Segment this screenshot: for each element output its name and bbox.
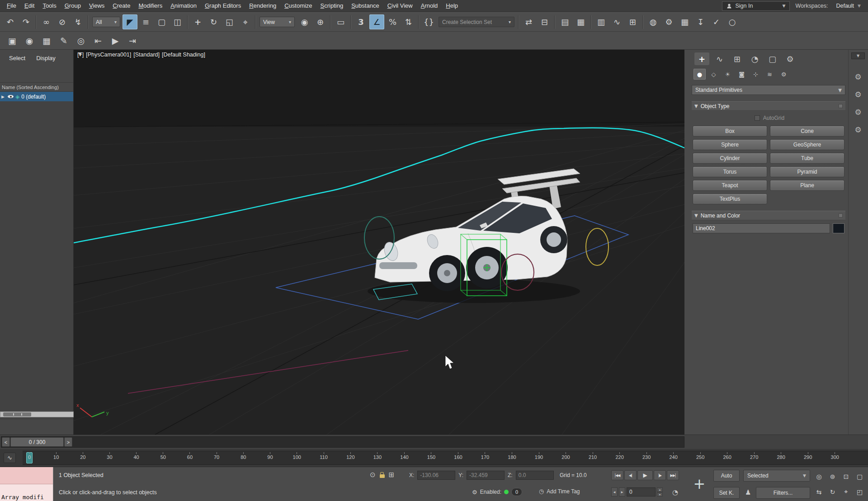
- menu-modifiers[interactable]: Modifiers: [134, 0, 166, 12]
- menu-file[interactable]: File: [3, 0, 20, 12]
- z-coordinate-field[interactable]: 0.0: [516, 471, 554, 480]
- go-to-start-button[interactable]: |◀◀: [611, 470, 623, 480]
- key-filters-button[interactable]: Filters...: [756, 487, 810, 499]
- enabled-toggle[interactable]: 0: [511, 488, 522, 496]
- next-frame-button[interactable]: |▶: [654, 470, 666, 480]
- geometry-category-icon[interactable]: ●: [693, 69, 706, 80]
- object-type-button[interactable]: Sphere: [693, 139, 767, 150]
- zoom-all-icon[interactable]: ⊚: [826, 469, 839, 483]
- add-time-tag[interactable]: ◷ Add Time Tag: [539, 488, 580, 495]
- object-name-field[interactable]: Line002: [693, 223, 830, 233]
- go-to-end-button[interactable]: ▶▶|: [667, 470, 679, 480]
- selection-set-dropdown[interactable]: Selected ▼: [743, 470, 810, 482]
- time-slider-label[interactable]: 0 / 300: [10, 437, 64, 447]
- key-step-forward-icon[interactable]: ▸: [619, 487, 625, 496]
- name-and-color-rollout[interactable]: ▼ Name and Color: [692, 211, 845, 220]
- redo-icon[interactable]: ↷: [19, 14, 33, 29]
- listener-macro-row[interactable]: [0, 467, 53, 484]
- viewport-render-style-menu[interactable]: [Standard]: [133, 52, 160, 58]
- expand-arrow-icon[interactable]: ▶: [1, 95, 6, 99]
- unlink-selection-icon[interactable]: ⊘: [55, 14, 70, 29]
- scrollbar-thumb[interactable]: [3, 412, 31, 416]
- menu-arnold[interactable]: Arnold: [417, 0, 442, 12]
- rendered-frame-window-icon[interactable]: ▦: [677, 14, 692, 29]
- x-coordinate-field[interactable]: -130.06: [417, 471, 455, 480]
- gear-icon[interactable]: ⚙: [852, 71, 864, 83]
- isolate-selection-icon[interactable]: ⊙: [370, 471, 376, 479]
- cameras-category-icon[interactable]: ◙: [736, 69, 748, 80]
- select-and-manipulate-icon[interactable]: ⊕: [313, 14, 328, 29]
- select-and-rotate-icon[interactable]: ↻: [206, 14, 221, 29]
- skip-back-icon[interactable]: ⇤: [90, 33, 106, 48]
- track-bar[interactable]: ∿ 0 10 20 30 40 50 60 70 80 90: [0, 449, 868, 467]
- object-type-button[interactable]: Cone: [770, 126, 844, 137]
- panel-collapse-button[interactable]: ▼: [851, 52, 865, 59]
- spinner-down-icon[interactable]: ▾: [657, 492, 663, 497]
- rings-icon[interactable]: ◎: [73, 33, 89, 48]
- object-type-button[interactable]: Torus: [693, 166, 767, 177]
- maxscript-mini-listener[interactable]: Array modifi: [0, 467, 53, 501]
- lock-icon[interactable]: [380, 474, 385, 478]
- time-slider-track[interactable]: < 0 / 300 >: [1, 436, 684, 448]
- menu-edit[interactable]: Edit: [20, 0, 38, 12]
- gear-icon[interactable]: ⚙: [852, 88, 864, 101]
- y-coordinate-field[interactable]: -32.459: [467, 471, 505, 480]
- space-warps-category-icon[interactable]: ≋: [764, 69, 776, 80]
- menu-views[interactable]: Views: [85, 0, 108, 12]
- schematic-view-icon[interactable]: ⊞: [625, 14, 640, 29]
- mini-curve-editor-icon[interactable]: ∿: [4, 453, 16, 463]
- edit-named-selection-sets-icon[interactable]: {}: [421, 14, 436, 29]
- toggle-ribbon-icon[interactable]: ▥: [594, 14, 609, 29]
- object-type-button[interactable]: Tube: [770, 153, 844, 164]
- motion-tab-icon[interactable]: ◔: [747, 52, 762, 65]
- object-type-button[interactable]: Cylinder: [693, 153, 767, 164]
- circle-outline-icon[interactable]: ○: [725, 14, 740, 29]
- gear-icon[interactable]: ⚙: [852, 106, 864, 118]
- zoom-extents-icon[interactable]: ⊡: [840, 469, 852, 483]
- systems-category-icon[interactable]: ⚙: [778, 69, 790, 80]
- helpers-category-icon[interactable]: ⊹: [750, 69, 762, 80]
- sign-in-button[interactable]: Sign In ▼: [722, 1, 790, 11]
- orbit-icon[interactable]: ↻: [826, 485, 839, 499]
- menu-scripting[interactable]: Scripting: [316, 0, 348, 12]
- maximize-viewport-icon[interactable]: ◰: [854, 485, 866, 499]
- primitives-category-dropdown[interactable]: Standard Primitives ▼: [692, 85, 845, 95]
- snaps-toggle-icon[interactable]: 3: [354, 14, 368, 29]
- frame-spinner[interactable]: ▴ ▾: [657, 487, 663, 496]
- time-slider-handle[interactable]: < 0 / 300 >: [2, 437, 72, 447]
- curve-editor-icon[interactable]: ∿: [609, 14, 624, 29]
- previous-frame-arrow[interactable]: <: [2, 437, 10, 447]
- select-and-move-icon[interactable]: +: [190, 14, 205, 29]
- column-header-name[interactable]: Name (Sorted Ascending): [0, 83, 73, 92]
- menu-customize[interactable]: Customize: [280, 0, 316, 12]
- select-and-scale-icon[interactable]: ◱: [222, 14, 237, 29]
- current-frame-field[interactable]: 0: [627, 487, 656, 496]
- keyboard-shortcut-override-icon[interactable]: ▭: [333, 14, 348, 29]
- skip-forward-icon[interactable]: ⇥: [124, 33, 141, 48]
- object-type-rollout[interactable]: ▼ Object Type: [692, 101, 845, 111]
- zoom-icon[interactable]: ◎: [813, 469, 825, 483]
- scene-explorer-menu-display[interactable]: Display: [32, 55, 60, 61]
- align-icon[interactable]: ⊟: [537, 14, 552, 29]
- modify-tab-icon[interactable]: ∿: [712, 52, 727, 65]
- play-forward-icon[interactable]: ▶: [107, 33, 123, 48]
- toolbox-icon[interactable]: ▦: [38, 33, 55, 48]
- select-and-link-icon[interactable]: ∞: [39, 14, 54, 29]
- object-type-button[interactable]: TextPlus: [693, 194, 767, 204]
- set-keys-button[interactable]: +: [689, 470, 710, 498]
- create-tab-icon[interactable]: +: [694, 52, 709, 65]
- eye-icon[interactable]: [8, 94, 14, 99]
- auto-key-button[interactable]: Auto: [713, 470, 740, 482]
- play-animation-button[interactable]: ▶: [637, 470, 653, 480]
- next-frame-arrow[interactable]: >: [64, 437, 72, 447]
- toggle-scene-explorer-icon[interactable]: ▤: [557, 14, 572, 29]
- walk-through-icon[interactable]: ⌖: [840, 485, 852, 499]
- object-type-button[interactable]: Plane: [770, 180, 844, 191]
- object-type-button[interactable]: Teapot: [693, 180, 767, 191]
- viewport-shading-menu[interactable]: [Default Shading]: [162, 52, 205, 58]
- horizontal-scrollbar[interactable]: [0, 411, 74, 417]
- spinner-up-icon[interactable]: ▴: [657, 487, 663, 492]
- render-production-icon[interactable]: ↧: [693, 14, 708, 29]
- scene-explorer-menu-select[interactable]: Select: [5, 55, 30, 61]
- layer-row-default[interactable]: ▶ ◈ 0 (default): [0, 92, 73, 101]
